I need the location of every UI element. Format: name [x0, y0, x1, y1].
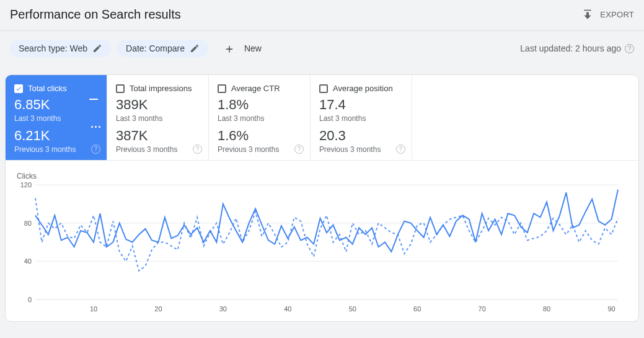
pencil-icon [190, 43, 200, 53]
page-title: Performance on Search results [10, 7, 181, 22]
metric-period-previous: Previous 3 months [116, 145, 200, 154]
date-chip-label: Date: Compare [126, 43, 185, 53]
metric-period-current: Last 3 months [218, 114, 301, 123]
help-icon[interactable]: ? [396, 145, 405, 154]
filter-bar: Search type: Web Date: Compare ＋ New Las… [0, 31, 644, 66]
metric-tile-average-position[interactable]: Average position 17.4 Last 3 months 20.3… [311, 75, 412, 160]
help-icon[interactable]: ? [193, 145, 202, 154]
metric-value-previous: 1.6% [218, 128, 301, 144]
header-bar: Performance on Search results EXPORT [0, 0, 644, 31]
metric-period-previous: Previous 3 months [319, 145, 403, 154]
metric-value-current: 389K [116, 97, 200, 113]
pencil-icon [92, 43, 102, 53]
dashed-line-icon [91, 126, 100, 128]
svg-text:40: 40 [24, 257, 32, 265]
add-filter-label: New [244, 43, 262, 53]
export-button[interactable]: EXPORT [581, 9, 634, 21]
svg-text:90: 90 [607, 305, 615, 313]
chart-y-label: Clicks [17, 172, 630, 180]
metric-title: Average CTR [231, 84, 280, 93]
metric-period-current: Last 3 months [14, 114, 98, 123]
solid-line-icon [89, 99, 98, 100]
metric-title: Total clicks [28, 84, 67, 93]
svg-text:40: 40 [284, 305, 291, 313]
svg-text:20: 20 [154, 305, 162, 313]
download-icon [581, 9, 594, 21]
last-updated-text: Last updated: 2 hours ago ? [520, 43, 634, 53]
metric-title: Average position [333, 84, 393, 93]
metric-value-previous: 6.21K [14, 128, 98, 144]
help-icon[interactable]: ? [294, 145, 304, 154]
metric-value-current: 6.85K [14, 97, 98, 113]
metric-period-current: Last 3 months [116, 114, 200, 123]
checkbox-icon [218, 84, 226, 93]
metric-value-previous: 387K [116, 128, 200, 144]
metric-tile-total-clicks[interactable]: Total clicks 6.85K Last 3 months 6.21K P… [6, 75, 107, 160]
svg-text:50: 50 [349, 305, 356, 313]
search-type-chip[interactable]: Search type: Web [10, 40, 111, 57]
metric-period-previous: Previous 3 months [14, 145, 98, 154]
search-type-chip-label: Search type: Web [19, 43, 87, 53]
checkbox-icon [116, 84, 125, 93]
svg-text:120: 120 [20, 182, 32, 189]
svg-text:0: 0 [28, 296, 32, 303]
metric-value-current: 17.4 [319, 97, 403, 113]
metric-title: Total impressions [130, 84, 192, 93]
metric-period-previous: Previous 3 months [218, 145, 301, 154]
date-chip[interactable]: Date: Compare [117, 40, 208, 57]
checkbox-icon [319, 84, 328, 93]
svg-text:70: 70 [479, 305, 486, 313]
plus-icon: ＋ [223, 42, 236, 55]
svg-text:80: 80 [543, 305, 550, 313]
metric-value-previous: 20.3 [319, 128, 403, 144]
svg-text:60: 60 [413, 305, 421, 313]
add-filter-button[interactable]: ＋ New [223, 42, 262, 55]
svg-text:30: 30 [219, 305, 227, 313]
performance-card: Total clicks 6.85K Last 3 months 6.21K P… [5, 74, 639, 322]
clicks-line-chart[interactable]: 04080120102030405060708090 [17, 182, 624, 315]
export-label: EXPORT [600, 10, 634, 19]
svg-text:80: 80 [24, 220, 32, 227]
metric-period-current: Last 3 months [319, 114, 403, 123]
metric-tile-average-ctr[interactable]: Average CTR 1.8% Last 3 months 1.6% Prev… [209, 75, 311, 160]
help-icon[interactable]: ? [91, 145, 100, 154]
help-icon[interactable]: ? [625, 44, 634, 53]
metrics-row: Total clicks 6.85K Last 3 months 6.21K P… [6, 75, 638, 161]
chart-area: Clicks 04080120102030405060708090 [6, 161, 638, 321]
last-updated-label: Last updated: 2 hours ago [520, 43, 621, 53]
metric-tile-total-impressions[interactable]: Total impressions 389K Last 3 months 387… [107, 75, 209, 160]
svg-text:10: 10 [90, 305, 97, 313]
checkbox-icon [14, 84, 23, 93]
metric-value-current: 1.8% [218, 97, 301, 113]
